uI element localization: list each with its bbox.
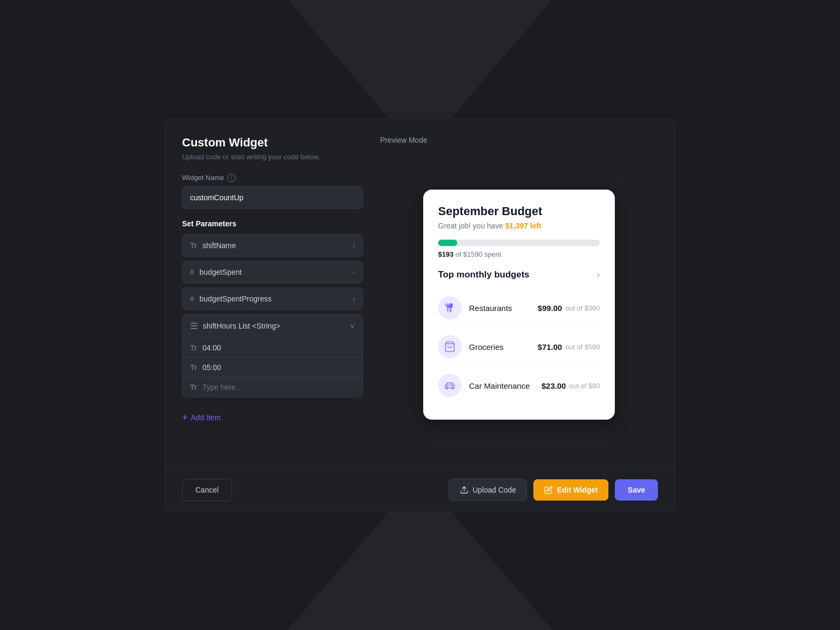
car-icon-container (438, 374, 462, 397)
groceries-icon (444, 341, 456, 353)
widget-name-input[interactable] (182, 186, 363, 209)
budget-item-car: Car Maintenance $23.00 out of $80 (438, 366, 600, 405)
car-limit: out of $80 (569, 382, 600, 390)
footer-right: Upload Code Edit Widget Save (449, 479, 658, 501)
left-panel: Custom Widget Upload code or start writi… (182, 136, 363, 455)
progress-bar-fill (438, 240, 457, 246)
restaurants-amount: $99.00 (538, 304, 562, 313)
car-amount: $23.00 (541, 381, 566, 390)
budget-item-groceries: Groceries $71.00 out of $580 (438, 328, 600, 366)
number-type-icon: # (190, 294, 194, 303)
custom-widget-modal: Custom Widget Upload code or start writi… (164, 118, 676, 512)
chevron-right-icon: › (352, 268, 355, 276)
car-icon (444, 380, 456, 391)
text-type-icon: Tr (190, 241, 197, 250)
widget-name-label: Widget Name i (182, 174, 363, 182)
list-param-container: ☰ shiftHours List <String> ∨ Tr Tr Tr (182, 314, 363, 402)
svg-point-2 (451, 386, 453, 388)
svg-point-1 (447, 386, 449, 388)
number-type-icon: # (190, 268, 194, 276)
edit-widget-button[interactable]: Edit Widget (533, 479, 608, 501)
preview-mode-label: Preview Mode (380, 136, 658, 144)
top-budgets-title: Top monthly budgets (438, 269, 530, 280)
right-panel: Preview Mode September Budget Great job!… (380, 136, 658, 455)
budget-card: September Budget Great job! you have $1,… (423, 190, 615, 420)
add-item-button[interactable]: + Add Item (182, 408, 363, 428)
list-param-header[interactable]: ☰ shiftHours List <String> ∨ (182, 314, 363, 338)
list-item: Tr (183, 338, 363, 358)
car-label: Car Maintenance (469, 381, 541, 390)
groceries-label: Groceries (469, 342, 538, 351)
edit-icon (544, 486, 553, 494)
list-item-input-3[interactable] (202, 383, 355, 391)
modal-subtitle: Upload code or start writing your code b… (182, 153, 363, 161)
param-shiftName[interactable]: Tr shiftName › (182, 234, 363, 257)
top-budgets-header[interactable]: Top monthly budgets › (438, 269, 600, 280)
restaurants-icon-container (438, 296, 462, 320)
groceries-icon-container (438, 335, 462, 358)
preview-content: September Budget Great job! you have $1,… (380, 155, 658, 455)
progress-text: $193 of $1590 spent (438, 250, 600, 258)
restaurants-limit: out of $360 (565, 304, 600, 312)
text-type-icon: Tr (190, 363, 197, 372)
groceries-limit: out of $580 (565, 343, 600, 351)
plus-icon: + (182, 412, 188, 423)
param-label: budgetSpent (200, 268, 353, 276)
set-params-label: Set Parameters (182, 219, 363, 228)
list-item-input-2[interactable] (202, 363, 355, 372)
budget-card-subtitle: Great job! you have $1,397 left (438, 222, 600, 230)
progress-spent: $193 (438, 250, 454, 258)
list-type-icon: ☰ (190, 321, 197, 331)
modal-title: Custom Widget (182, 136, 363, 150)
list-param-label: shiftHours List <String> (203, 322, 350, 330)
chevron-right-icon: › (352, 294, 355, 303)
chevron-right-icon: › (597, 269, 600, 280)
list-item-input-1[interactable] (202, 343, 355, 352)
restaurants-label: Restaurants (469, 304, 538, 313)
param-label: shiftName (202, 241, 352, 250)
budget-amount-left: $1,397 left (505, 222, 541, 230)
cancel-button[interactable]: Cancel (182, 479, 232, 501)
budget-item-restaurants: Restaurants $99.00 out of $360 (438, 289, 600, 328)
param-budgetSpent[interactable]: # budgetSpent › (182, 261, 363, 283)
text-type-icon: Tr (190, 383, 197, 391)
param-budgetSpentProgress[interactable]: # budgetSpentProgress › (182, 288, 363, 310)
upload-icon (460, 486, 468, 494)
list-item: Tr (183, 358, 363, 378)
budget-card-title: September Budget (438, 204, 600, 218)
modal-body: Custom Widget Upload code or start writi… (165, 119, 675, 468)
param-label: budgetSpentProgress (200, 294, 353, 303)
list-items-container: Tr Tr Tr (182, 338, 363, 397)
chevron-right-icon: › (352, 241, 355, 250)
progress-bar-container (438, 240, 600, 246)
save-button[interactable]: Save (615, 479, 658, 501)
text-type-icon: Tr (190, 343, 197, 352)
info-icon[interactable]: i (227, 174, 236, 182)
groceries-amount: $71.00 (538, 342, 562, 351)
modal-footer: Cancel Upload Code Edit Widget Save (165, 468, 675, 512)
upload-code-button[interactable]: Upload Code (449, 479, 528, 501)
chevron-down-icon: ∨ (350, 322, 355, 330)
list-item: Tr (183, 378, 363, 397)
restaurant-icon (444, 302, 456, 314)
